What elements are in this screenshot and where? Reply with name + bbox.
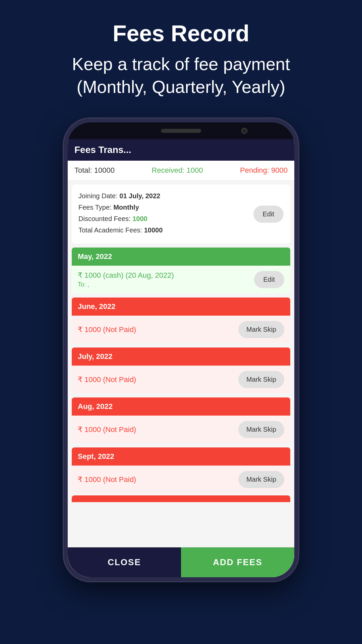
mark-skip-aug[interactable]: Mark Skip xyxy=(238,421,284,438)
add-fees-button[interactable]: ADD FEES xyxy=(181,547,294,577)
total-academic-value: 10000 xyxy=(144,226,163,234)
month-section-sept: Sept, 2022 ₹ 1000 (Not Paid) Mark Skip xyxy=(72,447,290,495)
phone-home-indicator xyxy=(68,577,294,581)
month-body-sept: ₹ 1000 (Not Paid) Mark Skip xyxy=(72,466,290,493)
month-header-aug: Aug, 2022 xyxy=(72,397,290,416)
total-summary: Total: 10000 xyxy=(74,166,115,175)
pending-summary: Pending: 9000 xyxy=(240,166,288,175)
partial-month xyxy=(72,495,290,502)
month-section-june: June, 2022 ₹ 1000 (Not Paid) Mark Skip xyxy=(72,298,290,345)
phone-notch-bar xyxy=(68,122,294,139)
month-header-june: June, 2022 xyxy=(72,298,290,316)
scroll-area: Joining Date: 01 July, 2022 Fees Type: M… xyxy=(68,180,294,547)
close-button[interactable]: CLOSE xyxy=(68,547,181,577)
page-subtitle: Keep a track of fee payment(Monthly, Qua… xyxy=(72,53,290,98)
bottom-bar: CLOSE ADD FEES xyxy=(68,547,294,577)
mark-skip-june[interactable]: Mark Skip xyxy=(238,321,284,338)
fees-type-line: Fees Type: Monthly xyxy=(78,203,253,212)
month-fee-info-may: ₹ 1000 (cash) (20 Aug, 2022) To: , xyxy=(78,271,174,288)
phone-pill xyxy=(161,129,201,133)
phone-camera xyxy=(241,128,247,134)
partial-month-header xyxy=(72,495,290,502)
page-title: Fees Record xyxy=(72,20,290,46)
month-body-aug: ₹ 1000 (Not Paid) Mark Skip xyxy=(72,416,290,443)
discounted-fees-value: 1000 xyxy=(132,215,147,222)
joining-date-value: 01 July, 2022 xyxy=(119,192,160,200)
month-body-may: ₹ 1000 (cash) (20 Aug, 2022) To: , Edit xyxy=(72,266,290,293)
received-summary: Received: 1000 xyxy=(152,166,203,175)
fee-amount-sept: ₹ 1000 (Not Paid) xyxy=(78,475,136,484)
fee-amount-july: ₹ 1000 (Not Paid) xyxy=(78,375,136,384)
mark-skip-july[interactable]: Mark Skip xyxy=(238,371,284,388)
student-info-details: Joining Date: 01 July, 2022 Fees Type: M… xyxy=(78,191,253,237)
fee-amount-june: ₹ 1000 (Not Paid) xyxy=(78,325,136,334)
month-body-june: ₹ 1000 (Not Paid) Mark Skip xyxy=(72,316,290,343)
fee-sub-may: To: , xyxy=(78,281,174,288)
month-section-july: July, 2022 ₹ 1000 (Not Paid) Mark Skip xyxy=(72,347,290,395)
month-section-aug: Aug, 2022 ₹ 1000 (Not Paid) Mark Skip xyxy=(72,397,290,445)
total-academic-line: Total Academic Fees: 10000 xyxy=(78,225,253,235)
fee-amount-may: ₹ 1000 (cash) (20 Aug, 2022) xyxy=(78,271,174,280)
summary-bar: Total: 10000 Received: 1000 Pending: 900… xyxy=(68,161,294,180)
discounted-fees-line: Discounted Fees: 1000 xyxy=(78,214,253,223)
month-edit-button-may[interactable]: Edit xyxy=(254,271,284,288)
app-header: Fees Trans... xyxy=(68,139,294,161)
month-section-may: May, 2022 ₹ 1000 (cash) (20 Aug, 2022) T… xyxy=(72,248,290,296)
month-body-july: ₹ 1000 (Not Paid) Mark Skip xyxy=(72,366,290,393)
mark-skip-sept[interactable]: Mark Skip xyxy=(238,471,284,488)
phone-frame: Fees Trans... Total: 10000 Received: 100… xyxy=(64,118,298,581)
joining-date-line: Joining Date: 01 July, 2022 xyxy=(78,191,253,201)
month-header-sept: Sept, 2022 xyxy=(72,447,290,466)
phone-wrapper: Fees Trans... Total: 10000 Received: 100… xyxy=(64,118,298,581)
header-section: Fees Record Keep a track of fee payment(… xyxy=(59,0,303,108)
month-header-may: May, 2022 xyxy=(72,248,290,266)
student-edit-button[interactable]: Edit xyxy=(253,206,284,223)
fees-type-value: Monthly xyxy=(113,204,139,211)
fee-amount-aug: ₹ 1000 (Not Paid) xyxy=(78,425,136,434)
month-header-july: July, 2022 xyxy=(72,347,290,366)
phone-screen: Fees Trans... Total: 10000 Received: 100… xyxy=(68,139,294,577)
student-info-card: Joining Date: 01 July, 2022 Fees Type: M… xyxy=(72,184,290,244)
